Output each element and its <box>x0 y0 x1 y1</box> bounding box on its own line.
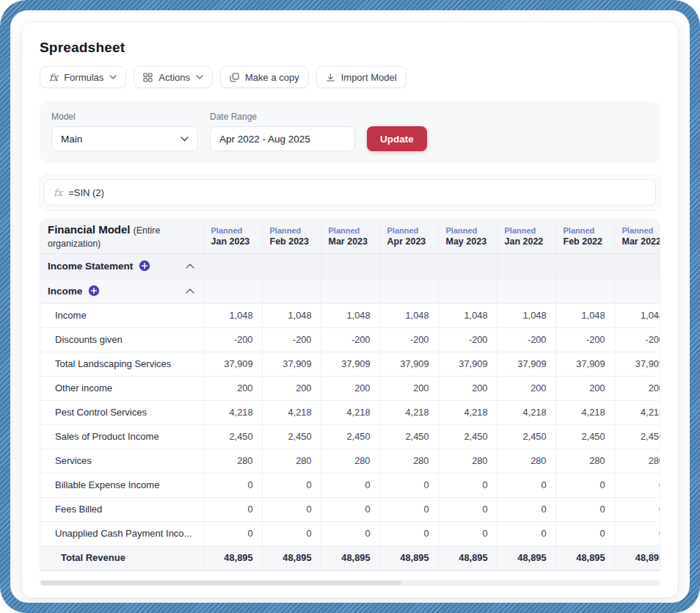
cell[interactable]: 280 <box>379 449 438 473</box>
cell[interactable]: 0 <box>614 497 660 521</box>
cell[interactable]: 1,048 <box>379 303 438 327</box>
cell[interactable]: 0 <box>203 521 262 545</box>
cell[interactable]: 0 <box>555 497 614 521</box>
cell[interactable]: 2,450 <box>614 424 660 449</box>
cell[interactable]: 200 <box>262 376 321 400</box>
scrollbar-thumb[interactable] <box>41 581 401 585</box>
cell[interactable]: 48,895 <box>555 545 614 570</box>
cell[interactable]: 37,909 <box>321 352 379 376</box>
cell[interactable]: -200 <box>203 327 262 352</box>
cell[interactable]: 280 <box>497 449 555 473</box>
cell[interactable]: 4,218 <box>321 400 379 424</box>
cell[interactable]: 4,218 <box>438 400 497 424</box>
row-label[interactable]: Services <box>40 449 203 473</box>
cell[interactable]: 200 <box>438 376 497 400</box>
cell[interactable]: 48,895 <box>379 545 438 570</box>
cell[interactable]: 200 <box>497 376 555 400</box>
cell[interactable]: 2,450 <box>262 424 321 449</box>
empty-cell[interactable] <box>321 253 379 278</box>
cell[interactable]: 280 <box>614 449 660 473</box>
empty-cell[interactable] <box>262 253 321 278</box>
empty-cell[interactable] <box>438 278 497 303</box>
date-range-input[interactable] <box>210 126 355 151</box>
cell[interactable]: 280 <box>438 449 497 473</box>
cell[interactable]: 4,218 <box>497 400 555 424</box>
cell[interactable]: -200 <box>379 327 438 352</box>
plus-circle-icon[interactable] <box>139 260 150 272</box>
plus-circle-icon[interactable] <box>88 285 100 297</box>
empty-cell[interactable] <box>203 253 262 278</box>
row-label[interactable]: Sales of Product Income <box>40 424 203 449</box>
row-label[interactable]: Pest Control Services <box>40 400 203 424</box>
cell[interactable]: 0 <box>379 521 438 545</box>
cell[interactable]: 4,218 <box>262 400 321 424</box>
chevron-up-icon[interactable] <box>186 264 194 269</box>
cell[interactable]: 0 <box>321 497 379 521</box>
cell[interactable]: 0 <box>262 497 321 521</box>
empty-cell[interactable] <box>203 278 262 303</box>
cell[interactable]: 280 <box>321 449 379 473</box>
cell[interactable]: 48,895 <box>321 545 379 570</box>
cell[interactable]: -200 <box>497 327 555 352</box>
empty-cell[interactable] <box>555 278 614 303</box>
group-cell[interactable]: Income Statement <box>48 254 203 278</box>
cell[interactable]: -200 <box>321 327 379 352</box>
cell[interactable]: -200 <box>614 327 660 352</box>
cell[interactable]: 0 <box>321 521 379 545</box>
cell[interactable]: 0 <box>262 521 321 545</box>
cell[interactable]: 0 <box>497 473 555 497</box>
cell[interactable]: 2,450 <box>321 424 379 449</box>
cell[interactable]: 2,450 <box>497 424 555 449</box>
empty-cell[interactable] <box>262 278 321 303</box>
cell[interactable]: 37,909 <box>438 352 497 376</box>
cell[interactable]: -200 <box>555 327 614 352</box>
cell[interactable]: 37,909 <box>203 352 262 376</box>
cell[interactable]: -200 <box>438 327 497 352</box>
cell[interactable]: 48,895 <box>497 545 555 570</box>
cell[interactable]: 0 <box>379 497 438 521</box>
cell[interactable]: 0 <box>203 473 262 497</box>
cell[interactable]: 2,450 <box>438 424 497 449</box>
cell[interactable]: 0 <box>438 497 497 521</box>
formula-input[interactable]: fx =SIN (2) <box>44 179 656 206</box>
cell[interactable]: 0 <box>497 521 555 545</box>
cell[interactable]: 1,048 <box>555 303 614 327</box>
cell[interactable]: 48,895 <box>438 545 497 570</box>
make-copy-button[interactable]: Make a copy <box>220 66 309 88</box>
cell[interactable]: 37,909 <box>262 352 321 376</box>
cell[interactable]: 0 <box>321 473 379 497</box>
update-button[interactable]: Update <box>367 126 427 151</box>
cell[interactable]: 280 <box>262 449 321 473</box>
cell[interactable]: 0 <box>379 473 438 497</box>
cell[interactable]: 1,048 <box>203 303 262 327</box>
cell[interactable]: 1,048 <box>321 303 379 327</box>
cell[interactable]: 280 <box>203 449 262 473</box>
cell[interactable]: 0 <box>555 521 614 545</box>
empty-cell[interactable] <box>379 253 438 278</box>
empty-cell[interactable] <box>321 278 379 303</box>
cell[interactable]: 4,218 <box>614 400 660 424</box>
group-cell[interactable]: Income <box>48 279 203 303</box>
cell[interactable]: 4,218 <box>379 400 438 424</box>
cell[interactable]: -200 <box>262 327 321 352</box>
empty-cell[interactable] <box>555 253 614 278</box>
cell[interactable]: 37,909 <box>614 352 660 376</box>
cell[interactable]: 2,450 <box>379 424 438 449</box>
cell[interactable]: 0 <box>497 497 555 521</box>
row-label[interactable]: Other income <box>40 376 203 400</box>
cell[interactable]: 48,895 <box>262 545 321 570</box>
empty-cell[interactable] <box>497 253 555 278</box>
cell[interactable]: 2,450 <box>203 424 262 449</box>
cell[interactable]: 0 <box>614 473 660 497</box>
row-label[interactable]: Total Landscaping Services <box>40 352 203 376</box>
cell[interactable]: 2,450 <box>555 424 614 449</box>
cell[interactable]: 0 <box>555 473 614 497</box>
row-label[interactable]: Discounts given <box>40 327 203 352</box>
cell[interactable]: 0 <box>438 521 497 545</box>
cell[interactable]: 200 <box>379 376 438 400</box>
row-label[interactable]: Unapplied Cash Payment Inco... <box>40 521 203 545</box>
cell[interactable]: 48,895 <box>614 545 660 570</box>
cell[interactable]: 1,048 <box>262 303 321 327</box>
cell[interactable]: 37,909 <box>497 352 555 376</box>
cell[interactable]: 0 <box>438 473 497 497</box>
